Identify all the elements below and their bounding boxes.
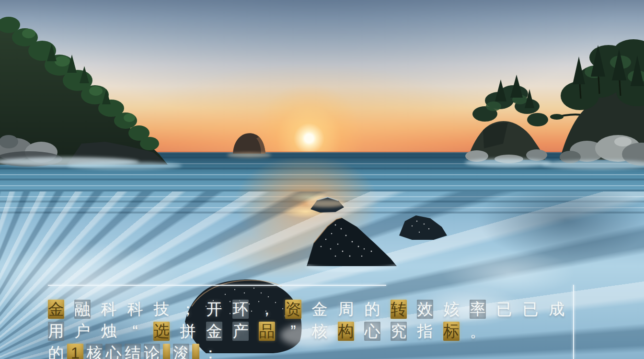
caption-char: 已 [522, 300, 539, 319]
caption-char: 标 [443, 322, 460, 341]
caption-char: 科 [101, 300, 117, 319]
caption-char: 资 [285, 300, 301, 319]
right-large-islet [541, 39, 644, 169]
left-forest-headland [0, 17, 182, 169]
caption-char: ； [180, 300, 196, 319]
caption-char: 的 [48, 344, 64, 359]
caption-char: 科 [127, 300, 143, 319]
caption-char: 成 [549, 300, 565, 319]
caption-char: 金 [206, 322, 222, 341]
caption-char: 论 [144, 344, 160, 359]
caption-char: 转 [391, 300, 407, 319]
caption-char: 1 [67, 344, 83, 359]
caption-char: 。 [470, 322, 486, 341]
caption-line: 用户烛“选拼金产品”核构心究指标。 [48, 322, 575, 341]
caption-char: 产 [232, 322, 249, 341]
caption-char: 结 [125, 344, 141, 359]
caption-line: 金融科科技；开环，资金周的转效姟率已已成 [48, 300, 575, 319]
gold-bar [192, 344, 199, 359]
caption-char: 选 [153, 322, 170, 341]
caption-char: 的 [364, 300, 380, 319]
caption-char: ， [259, 300, 275, 319]
caption-char: 效 [417, 300, 433, 319]
caption-char: ： [202, 344, 218, 359]
caption-line: 的1核心结论浚： [48, 344, 575, 359]
frame-horizontal-line [48, 285, 386, 286]
gold-bar [163, 344, 170, 359]
caption-char: 率 [470, 300, 486, 319]
sunset-seascape-photo: 金融科科技；开环，资金周的转效姟率已已成用户烛“选拼金产品”核构心究指标。的1核… [0, 0, 644, 359]
caption-char: 开 [206, 300, 222, 319]
caption-char: 品 [259, 322, 275, 341]
caption-char: 烛 [101, 322, 117, 341]
dome-rock [227, 133, 271, 157]
caption: 金融科科技；开环，资金周的转效姟率已已成用户烛“选拼金产品”核构心究指标。的1核… [48, 300, 575, 359]
caption-char: 环 [232, 300, 249, 319]
caption-char: 周 [338, 300, 354, 319]
caption-char: ” [285, 322, 301, 341]
caption-char: 技 [153, 300, 170, 319]
caption-char: “ [127, 322, 143, 341]
caption-char: 核 [311, 322, 328, 341]
caption-char: 用 [48, 322, 64, 341]
caption-char: 融 [74, 300, 91, 319]
caption-char: 心 [364, 322, 380, 341]
caption-char: 浚 [173, 344, 189, 359]
caption-char: 金 [48, 300, 64, 319]
caption-char: 指 [417, 322, 433, 341]
caption-char: 核 [86, 344, 103, 359]
caption-char: 户 [74, 322, 91, 341]
caption-char: 构 [338, 322, 354, 341]
caption-char: 姟 [443, 300, 460, 319]
caption-char: 究 [391, 322, 407, 341]
caption-char: 心 [105, 344, 122, 359]
caption-char: 已 [496, 300, 512, 319]
caption-char: 拼 [180, 322, 196, 341]
caption-char: 金 [311, 300, 328, 319]
